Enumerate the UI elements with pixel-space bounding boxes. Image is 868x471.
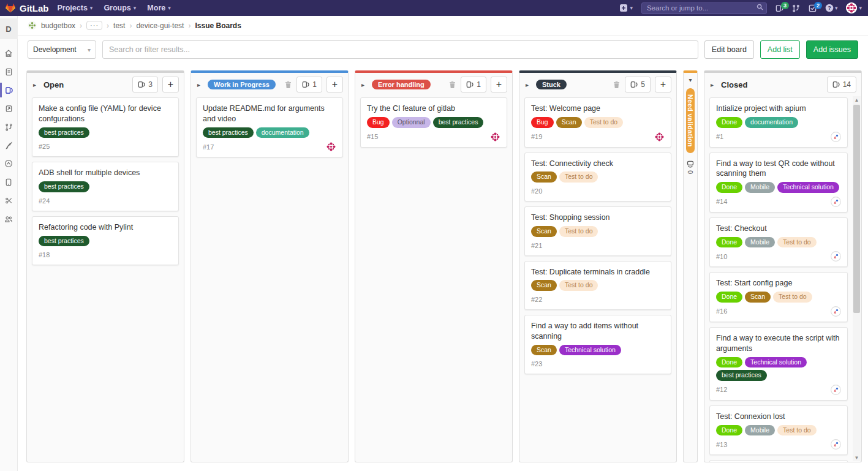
scrollbar-thumb[interactable] <box>853 105 860 313</box>
label-test-to-do[interactable]: Test to do <box>559 280 598 291</box>
add-issue-to-list-button[interactable]: + <box>655 77 671 92</box>
menu-more[interactable]: More▾ <box>147 4 170 12</box>
user-menu-button[interactable]: ▾ <box>846 2 862 13</box>
assignee-avatar[interactable] <box>831 439 841 450</box>
collapse-caret-icon[interactable]: ▸ <box>526 81 532 88</box>
label-best-practices[interactable]: best practices <box>433 117 484 128</box>
label-mobile[interactable]: Mobile <box>745 425 775 436</box>
label-scan[interactable]: Scan <box>531 280 557 291</box>
add-issue-to-list-button[interactable]: + <box>162 77 179 92</box>
label-documentation[interactable]: documentation <box>256 127 309 138</box>
issues-nav-button[interactable]: 3 <box>776 4 783 12</box>
assignee-avatar[interactable] <box>654 132 665 142</box>
collapse-caret-icon[interactable]: ▸ <box>711 81 717 88</box>
issue-title[interactable]: Test: Connectivity check <box>531 159 665 169</box>
sidebar-item-operations[interactable] <box>0 154 18 173</box>
sidebar-item-snippets[interactable] <box>0 191 18 209</box>
label-done[interactable]: Done <box>716 182 742 193</box>
gitlab-logo[interactable]: GitLab <box>5 2 49 13</box>
delete-list-icon[interactable] <box>284 81 292 89</box>
scroll-up-arrow[interactable]: ▲ <box>853 96 861 104</box>
issue-card[interactable]: Test: Connectivity checkScanTest to do#2… <box>524 153 671 202</box>
label-scan[interactable]: Scan <box>531 171 557 183</box>
issue-card[interactable]: Refactoring code with Pylintbest practic… <box>32 216 179 266</box>
label-best-practices[interactable]: best practices <box>39 181 89 192</box>
merge-requests-nav-button[interactable] <box>792 4 800 12</box>
label-bug[interactable]: Bug <box>531 117 554 128</box>
label-test-to-do[interactable]: Test to do <box>777 237 817 248</box>
issue-card[interactable]: Test: Welcome pageBugScanTest to do#19 <box>524 97 671 148</box>
label-done[interactable]: Done <box>716 117 742 128</box>
label-done[interactable]: Done <box>716 357 742 368</box>
label-test-to-do[interactable]: Test to do <box>559 226 598 237</box>
assignee-avatar[interactable] <box>831 132 841 142</box>
assignee-avatar[interactable] <box>831 306 841 317</box>
assignee-avatar[interactable] <box>490 132 500 142</box>
issue-title[interactable]: Find a way to execute the script with ar… <box>716 333 841 354</box>
issue-title[interactable]: Test: Start config page <box>716 278 841 288</box>
label-best-practices[interactable]: best practices <box>203 127 254 138</box>
issue-title[interactable]: ADB shell for multiple devices <box>39 168 172 178</box>
sidebar-item-pipelines[interactable] <box>0 136 18 154</box>
issue-card[interactable]: Test: Start config pageDoneScanTest to d… <box>709 272 848 322</box>
issue-title[interactable]: Test: Duplicate terminals in craddle <box>531 267 665 277</box>
scroll-down-arrow[interactable]: ▼ <box>853 454 861 461</box>
label-done[interactable]: Done <box>716 292 742 303</box>
issue-card[interactable]: Try the CI feature of gitlabBugOptionnal… <box>360 97 507 148</box>
label-bug[interactable]: Bug <box>367 117 390 128</box>
label-technical-solution[interactable]: Technical solution <box>745 357 807 368</box>
edit-board-button[interactable]: Edit board <box>704 40 754 59</box>
assignee-avatar[interactable] <box>326 141 336 152</box>
sidebar-item-packages[interactable] <box>0 173 18 191</box>
label-best-practices[interactable]: best practices <box>39 236 89 247</box>
issue-title[interactable]: Test: Shopping session <box>531 213 665 223</box>
label-test-to-do[interactable]: Test to do <box>777 425 817 436</box>
breadcrumb-item-device-gui-test[interactable]: device-gui-test <box>136 21 184 30</box>
menu-groups[interactable]: Groups▾ <box>104 4 136 12</box>
todos-nav-button[interactable]: 2 <box>809 4 817 12</box>
label-scan[interactable]: Scan <box>556 117 582 128</box>
add-list-button[interactable]: Add list <box>760 40 800 59</box>
label-test-to-do[interactable]: Test to do <box>559 171 598 183</box>
issue-card[interactable]: ADB shell for multiple devicesbest pract… <box>32 162 179 211</box>
issue-title[interactable]: Intialize project with apium <box>716 104 841 114</box>
expand-caret-icon[interactable]: ▾ <box>689 77 692 83</box>
issue-card[interactable]: Intialize project with apiumDonedocument… <box>709 97 848 148</box>
delete-list-icon[interactable] <box>448 81 456 89</box>
menu-projects[interactable]: Projects▾ <box>58 4 93 12</box>
issue-card[interactable]: Find a way to add items without scanning… <box>524 315 671 374</box>
issue-title[interactable]: Test: Connexion lost <box>716 412 841 422</box>
list-title-pill[interactable]: Need validation <box>686 88 695 153</box>
issue-card[interactable]: Make a config file (YAML) for device con… <box>32 97 179 157</box>
issue-title[interactable]: Test: Welcome page <box>531 104 665 114</box>
assignee-avatar[interactable] <box>831 197 841 207</box>
issue-card[interactable]: Test: Shopping sessionScanTest to do#21 <box>524 206 671 256</box>
collapse-caret-icon[interactable]: ▸ <box>33 81 39 88</box>
label-mobile[interactable]: Mobile <box>745 237 775 248</box>
issue-card[interactable]: Find a way to test QR code without scann… <box>709 153 848 213</box>
add-issues-button[interactable]: Add issues <box>806 40 858 59</box>
label-done[interactable]: Done <box>716 237 742 248</box>
label-mobile[interactable]: Mobile <box>745 182 775 193</box>
label-scan[interactable]: Scan <box>745 292 771 303</box>
sidebar-item-overview[interactable] <box>0 44 18 62</box>
issue-card[interactable]: Update README.mdDonebest practicesdocume… <box>709 460 848 462</box>
help-menu-button[interactable]: ? ▾ <box>825 4 838 12</box>
sidebar-item-repository[interactable] <box>0 62 18 81</box>
issue-card[interactable]: Test: Duplicate terminals in craddleScan… <box>524 261 671 311</box>
sidebar-item-issue-boards[interactable] <box>0 81 18 99</box>
label-test-to-do[interactable]: Test to do <box>584 117 624 128</box>
label-best-practices[interactable]: best practices <box>716 370 767 381</box>
add-issue-to-list-button[interactable]: + <box>491 77 507 92</box>
label-best-practices[interactable]: best practices <box>39 127 89 138</box>
issue-title[interactable]: Make a config file (YAML) for device con… <box>39 104 172 124</box>
collapse-caret-icon[interactable]: ▸ <box>361 81 368 88</box>
issue-card[interactable]: Test: CheckoutDoneMobileTest to do#10 <box>709 217 848 268</box>
sidebar-item-members[interactable] <box>0 209 18 228</box>
label-done[interactable]: Done <box>716 425 742 436</box>
list-scrollbar[interactable]: ▲▼ <box>853 96 861 461</box>
board-filter-input[interactable] <box>102 40 698 59</box>
global-search-input[interactable] <box>641 2 767 14</box>
breadcrumb-item-budgetbox[interactable]: budgetbox <box>41 21 75 30</box>
collapse-caret-icon[interactable]: ▸ <box>197 81 203 88</box>
